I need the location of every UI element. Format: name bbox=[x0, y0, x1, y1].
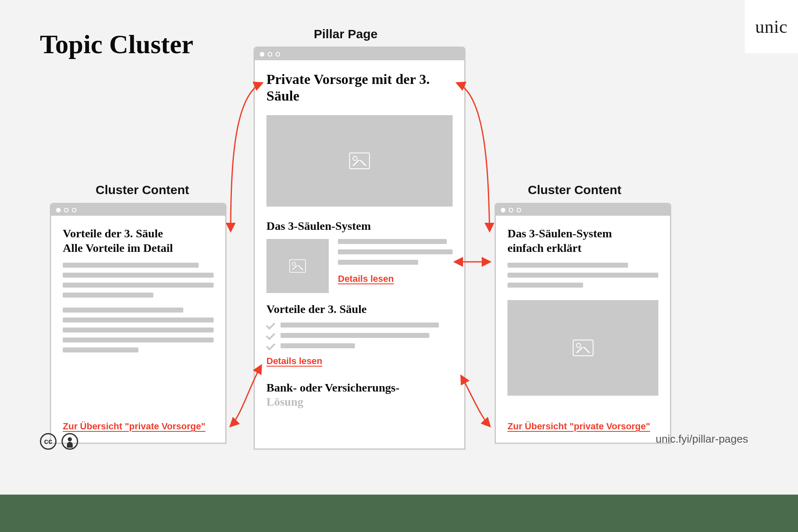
pillar-section3-heading: Bank- oder Versicherungs- Lösung bbox=[266, 381, 453, 409]
cluster-left-heading: Vorteile der 3. Säule Alle Vorteile im D… bbox=[63, 227, 214, 255]
check-icon bbox=[266, 320, 276, 330]
logo-text: unic bbox=[755, 16, 788, 37]
check-icon bbox=[266, 341, 276, 350]
attribution-icon bbox=[62, 433, 78, 450]
cc-icon: cc bbox=[40, 433, 57, 450]
cluster-right-window: Das 3-Säulen-System einfach erklärt Zur … bbox=[495, 203, 671, 444]
text-placeholder bbox=[63, 308, 214, 352]
window-dot-icon bbox=[72, 208, 76, 212]
pillar-details-link-1[interactable]: Details lesen bbox=[338, 273, 453, 284]
label-cluster-left: Cluster Content bbox=[96, 183, 189, 197]
window-dot-icon bbox=[56, 208, 61, 212]
window-titlebar bbox=[255, 48, 464, 60]
window-dot-icon bbox=[268, 52, 272, 57]
image-placeholder bbox=[266, 239, 329, 293]
source-url: unic.fyi/pillar-pages bbox=[655, 433, 748, 446]
license-badges: cc bbox=[40, 433, 78, 450]
diagram-canvas: Topic Cluster unic Cluster Content Pilla… bbox=[0, 0, 798, 495]
image-placeholder bbox=[507, 300, 658, 396]
page-title: Topic Cluster bbox=[40, 29, 193, 60]
text-placeholder bbox=[507, 263, 658, 288]
label-cluster-right: Cluster Content bbox=[528, 183, 621, 197]
window-dot-icon bbox=[501, 208, 505, 212]
pillar-section2-heading: Vorteile der 3. Säule bbox=[266, 302, 453, 316]
window-dot-icon bbox=[509, 208, 513, 212]
footer-bar bbox=[0, 495, 798, 532]
cluster-left-window: Vorteile der 3. Säule Alle Vorteile im D… bbox=[50, 203, 227, 444]
text-placeholder bbox=[63, 263, 214, 298]
pillar-title: Private Vorsorge mit der 3. Säule bbox=[266, 71, 453, 104]
image-icon bbox=[349, 153, 370, 169]
check-icon bbox=[266, 330, 276, 340]
pillar-details-link-2[interactable]: Details lesen bbox=[266, 356, 453, 367]
text-placeholder: Details lesen bbox=[338, 239, 453, 293]
pillar-section1-heading: Das 3-Säulen-System bbox=[266, 219, 453, 233]
pillar-window: Private Vorsorge mit der 3. Säule Das 3-… bbox=[254, 47, 466, 450]
logo: unic bbox=[745, 0, 798, 53]
window-titlebar bbox=[496, 204, 670, 216]
image-icon bbox=[573, 340, 594, 356]
checklist-placeholder bbox=[266, 323, 453, 348]
label-pillar: Pillar Page bbox=[314, 27, 377, 41]
cluster-right-overview-link[interactable]: Zur Übersicht "private Vorsorge" bbox=[507, 421, 658, 432]
image-placeholder bbox=[266, 115, 453, 207]
window-dot-icon bbox=[64, 208, 69, 212]
window-dot-icon bbox=[276, 52, 280, 57]
window-titlebar bbox=[51, 204, 225, 216]
window-dot-icon bbox=[517, 208, 521, 212]
cluster-right-heading: Das 3-Säulen-System einfach erklärt bbox=[507, 227, 658, 255]
window-dot-icon bbox=[260, 52, 264, 57]
image-icon bbox=[289, 259, 306, 273]
cluster-left-overview-link[interactable]: Zur Übersicht "private Vorsorge" bbox=[63, 421, 214, 432]
